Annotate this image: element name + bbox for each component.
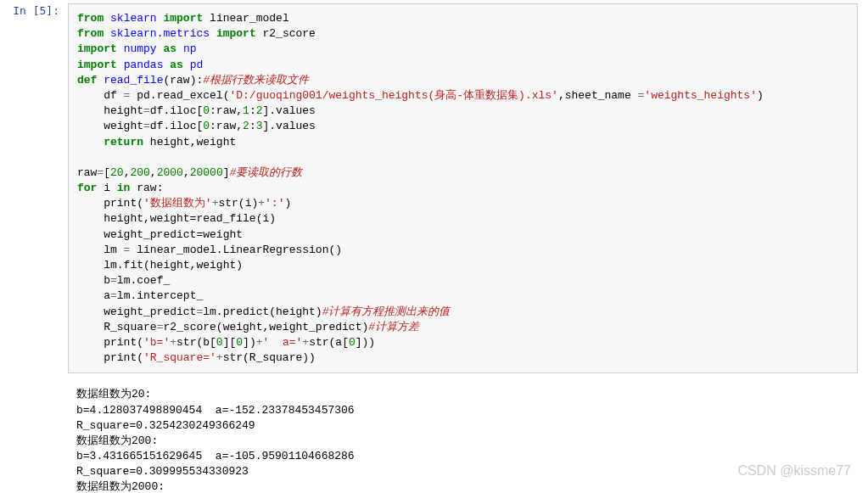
output-prompt xyxy=(0,380,68,493)
notebook-output-cell: 数据组数为20: b=4.128037498890454 a=-152.2337… xyxy=(0,377,868,493)
output-content: 数据组数为20: b=4.128037498890454 a=-152.2337… xyxy=(76,387,849,493)
input-prompt: In [5]: xyxy=(0,3,68,373)
code-input-area[interactable]: from sklearn import linear_model from sk… xyxy=(68,3,858,373)
output-text-area: 数据组数为20: b=4.128037498890454 a=-152.2337… xyxy=(68,380,858,493)
notebook-input-cell: In [5]: from sklearn import linear_model… xyxy=(0,0,868,377)
code-content: from sklearn import linear_model from sk… xyxy=(77,11,848,366)
